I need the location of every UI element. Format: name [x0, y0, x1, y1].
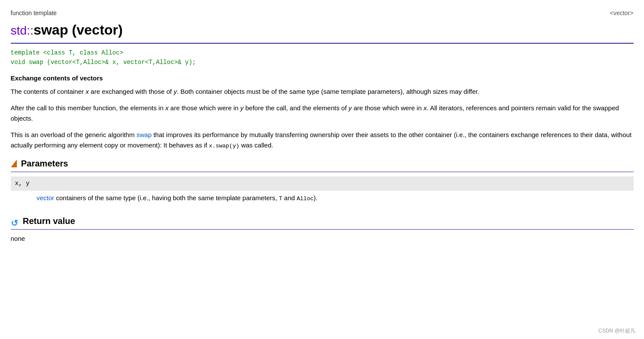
description2: After the call to this member function, …	[11, 103, 634, 124]
return-divider	[11, 229, 634, 230]
param-desc: vector containers of the same type (i.e.…	[11, 191, 634, 206]
return-section-header: Return value	[11, 214, 634, 229]
return-arrow-icon	[11, 217, 19, 225]
triangle-icon	[11, 160, 17, 167]
code-block: template <class T, class Alloc> void swa…	[11, 48, 634, 67]
param-name-row: x, y	[11, 176, 634, 191]
param-Alloc: Alloc	[297, 195, 314, 202]
code-line1: template <class T, class Alloc>	[11, 48, 634, 58]
vector-link[interactable]: <vector>	[610, 9, 633, 18]
page-wrapper: <vector> function template std::swap (ve…	[11, 9, 634, 243]
title-prefix: std::	[11, 24, 34, 37]
page-title: std::swap (vector)	[11, 19, 634, 40]
return-value: none	[11, 234, 634, 244]
param-T: T	[279, 195, 282, 202]
section-heading: Exchange contents of vectors	[11, 74, 634, 83]
description3: This is an overload of the generic algor…	[11, 130, 634, 151]
code-line2: void swap (vector<T,Alloc>& x, vector<T,…	[11, 58, 634, 67]
desc3-suffix: was called.	[239, 141, 273, 149]
param-and: and	[282, 194, 297, 201]
param-name: x, y	[11, 176, 634, 191]
params-title: Parameters	[21, 157, 68, 170]
params-divider	[11, 172, 634, 172]
vector-param-link[interactable]: vector	[37, 194, 54, 201]
title-main: swap (vector)	[33, 22, 122, 38]
function-template-label: function template	[11, 9, 634, 18]
swap-link[interactable]: swap	[136, 131, 151, 138]
description1: The contents of container x are exchange…	[11, 86, 634, 97]
return-section: Return value none	[11, 214, 634, 244]
params-table: x, y vector containers of the same type …	[11, 176, 634, 206]
desc3-prefix: This is an overload of the generic algor…	[11, 131, 137, 138]
param-desc-row: vector containers of the same type (i.e.…	[11, 191, 634, 206]
header-divider	[11, 43, 634, 44]
swap-code: x.swap(y)	[209, 143, 239, 149]
param-desc-text: containers of the same type (i.e., havin…	[54, 194, 279, 201]
param-desc-suffix: ).	[314, 194, 317, 201]
return-title: Return value	[23, 214, 75, 227]
params-section-header: Parameters	[11, 157, 634, 172]
